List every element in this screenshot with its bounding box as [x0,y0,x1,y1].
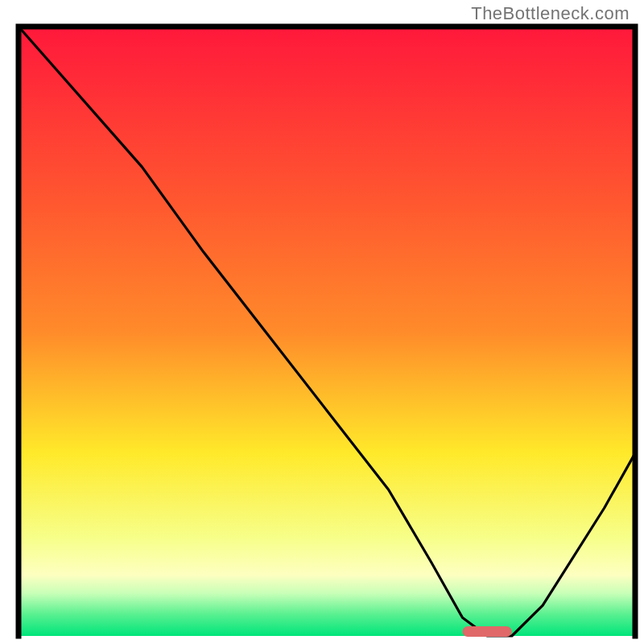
optimal-range-marker [463,626,512,637]
plot-background [19,27,635,636]
watermark-text: TheBottleneck.com [471,3,630,24]
chart-container: TheBottleneck.com [0,0,644,644]
chart-svg [0,0,644,644]
